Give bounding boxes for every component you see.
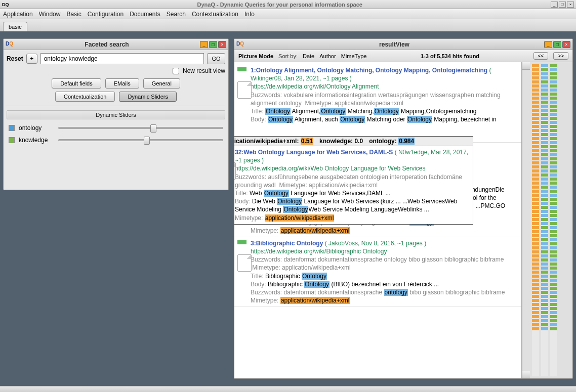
- prev-page-button[interactable]: <<: [533, 52, 549, 60]
- panel-maximize-icon[interactable]: □: [553, 41, 561, 48]
- panel-minimize-icon[interactable]: _: [544, 41, 552, 48]
- sort-author[interactable]: Author: [319, 53, 336, 59]
- result-item[interactable]: 1:Ontology Alignment, Ontology Matching,…: [234, 64, 521, 143]
- minimap[interactable]: [530, 62, 572, 378]
- faceted-titlebar: DQ Faceted search _ □ ×: [4, 39, 228, 50]
- reset-label[interactable]: Reset: [7, 55, 23, 62]
- add-query-button[interactable]: +: [26, 54, 37, 64]
- contextualization-button[interactable]: Contextualization: [55, 92, 115, 102]
- menu-configuration[interactable]: Configuration: [88, 11, 124, 18]
- dynamic-sliders-header: Dynamic Sliders: [7, 110, 225, 119]
- panel-maximize-icon[interactable]: □: [209, 41, 217, 48]
- window-title: DynaQ - Dynamic Queries for your persona…: [9, 2, 551, 8]
- sort-by-label: Sort by:: [278, 53, 298, 59]
- menubar: Application Window Basic Configuration D…: [0, 9, 576, 19]
- document-icon: [237, 254, 252, 272]
- go-button[interactable]: GO: [207, 53, 225, 64]
- picture-mode-label[interactable]: Picture Mode: [238, 53, 273, 59]
- menu-search[interactable]: Search: [167, 11, 186, 18]
- window-maximize-icon[interactable]: □: [559, 2, 566, 8]
- results-toolbar: Picture Mode Sort by: Date Author MimeTy…: [234, 50, 572, 62]
- menu-basic[interactable]: Basic: [66, 11, 81, 18]
- general-button[interactable]: General: [143, 78, 180, 89]
- search-input[interactable]: [40, 53, 204, 64]
- workspace: DQ Faceted search _ □ × Reset + GO New r…: [0, 31, 576, 386]
- swatch-blue-icon: [9, 125, 15, 131]
- app-icon: DQ: [236, 41, 244, 48]
- sort-mimetype[interactable]: MimeType: [341, 53, 367, 59]
- app-icon: DQ: [2, 2, 9, 7]
- result-view-panel: DQ resultView _ □ × Picture Mode Sort by…: [234, 38, 573, 379]
- relevance-marker-icon: [237, 240, 246, 244]
- panel-minimize-icon[interactable]: _: [200, 41, 208, 48]
- next-page-button[interactable]: >>: [553, 52, 568, 60]
- slider-track[interactable]: [58, 127, 223, 129]
- hits-count: 1-3 of 5,534 hits found: [372, 53, 528, 59]
- results-titlebar: DQ resultView _ □ ×: [234, 39, 572, 50]
- slider-thumb[interactable]: [144, 137, 150, 145]
- slider-knowledge: knowledge: [7, 137, 225, 144]
- results-scrollbar[interactable]: [522, 62, 530, 378]
- relevance-marker-icon: [237, 67, 246, 71]
- menu-contextualization[interactable]: Contextualization: [192, 11, 238, 18]
- default-fields-button[interactable]: Default fields: [52, 78, 101, 89]
- emails-button[interactable]: EMails: [105, 78, 139, 89]
- menu-info[interactable]: Info: [244, 11, 255, 18]
- slider-label: ontology: [19, 124, 54, 132]
- faceted-title: Faceted search: [14, 41, 200, 48]
- statusbar: [0, 386, 576, 392]
- tab-basic[interactable]: basic: [3, 22, 27, 31]
- menu-application[interactable]: Application: [3, 11, 33, 18]
- new-result-view-checkbox[interactable]: [173, 68, 179, 74]
- new-result-view-label[interactable]: New result view: [173, 67, 225, 74]
- document-icon: [237, 81, 252, 99]
- result-item[interactable]: 3:Bibliographic Ontology ( JakobVoss, No…: [234, 237, 521, 308]
- sort-date[interactable]: Date: [303, 53, 314, 59]
- slider-ontology: ontology: [7, 124, 225, 132]
- swatch-green-icon: [9, 137, 15, 143]
- dynamic-sliders-button[interactable]: Dynamic Sliders: [119, 92, 176, 102]
- panel-close-icon[interactable]: ×: [562, 41, 570, 48]
- window-titlebar: DQ DynaQ - Dynamic Queries for your pers…: [0, 0, 576, 9]
- panel-close-icon[interactable]: ×: [218, 41, 226, 48]
- slider-label: knowledge: [19, 137, 54, 144]
- results-title: resultView: [244, 41, 544, 48]
- tab-strip: basic: [0, 19, 576, 31]
- result-tooltip: application/wikipedia+xml: 0.51 knowledg…: [234, 136, 473, 225]
- app-icon: DQ: [6, 41, 14, 48]
- result-title[interactable]: 1:Ontology Alignment, Ontology Matching,…: [251, 67, 487, 74]
- result-meta: ( JakobVoss, Nov 8, 2016, ~1 pages ): [325, 240, 426, 247]
- menu-window[interactable]: Window: [39, 11, 61, 18]
- window-close-icon[interactable]: ×: [567, 2, 574, 8]
- faceted-search-panel: DQ Faceted search _ □ × Reset + GO New r…: [3, 38, 229, 190]
- document-icon: [234, 162, 236, 180]
- menu-documents[interactable]: Documents: [130, 11, 160, 18]
- result-url[interactable]: https://de.wikipedia.org/wiki/Ontology A…: [251, 83, 379, 90]
- result-title[interactable]: 3:Bibliographic Ontology: [251, 240, 323, 247]
- slider-thumb[interactable]: [150, 124, 156, 133]
- window-minimize-icon[interactable]: _: [551, 2, 558, 8]
- tooltip-title: 32:Web Ontology Language for Web Service…: [235, 149, 393, 156]
- slider-track[interactable]: [58, 139, 223, 141]
- result-url[interactable]: https://de.wikipedia.org/wiki/Bibliograp…: [251, 248, 387, 255]
